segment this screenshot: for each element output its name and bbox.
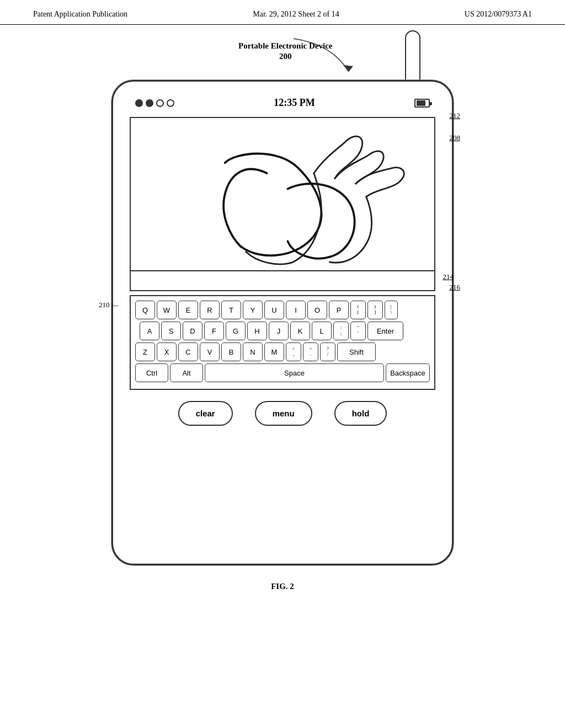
keyboard-section: 210 — Q W E R T Y U I O P {[ }] |\ bbox=[130, 295, 435, 390]
key-u[interactable]: U bbox=[264, 301, 284, 319]
bottom-buttons: clear menu hold bbox=[124, 401, 441, 426]
key-d[interactable]: D bbox=[183, 322, 202, 340]
key-v[interactable]: V bbox=[200, 342, 220, 361]
ref-214: 214 bbox=[443, 272, 454, 281]
ref-216: 216 bbox=[450, 283, 461, 292]
status-bar: 12:35 PM bbox=[124, 93, 441, 114]
key-q[interactable]: Q bbox=[135, 301, 155, 319]
key-z[interactable]: Z bbox=[135, 342, 155, 361]
key-x[interactable]: X bbox=[157, 342, 177, 361]
key-h[interactable]: H bbox=[247, 322, 267, 340]
key-semicolon[interactable]: :; bbox=[333, 322, 349, 340]
battery-fill bbox=[417, 100, 425, 106]
signal-dots bbox=[135, 99, 174, 107]
key-p[interactable]: P bbox=[329, 301, 349, 319]
key-o[interactable]: O bbox=[307, 301, 327, 319]
key-period[interactable]: >. bbox=[303, 342, 318, 361]
dot-4 bbox=[167, 99, 174, 107]
device-wrapper: 12:35 PM bbox=[111, 80, 454, 565]
key-j[interactable]: J bbox=[269, 322, 289, 340]
key-e[interactable]: E bbox=[178, 301, 198, 319]
key-bracket-open[interactable]: {[ bbox=[350, 301, 366, 319]
key-backslash[interactable]: |\ bbox=[385, 301, 398, 319]
keyboard-row-3: Z X C V B N M <, >. ?/ Shift bbox=[135, 342, 430, 361]
key-backspace[interactable]: Backspace bbox=[386, 363, 430, 382]
header-left: Patent Application Publication bbox=[33, 10, 127, 19]
figure-caption: FIG. 2 bbox=[271, 582, 294, 591]
time-display: 12:35 PM bbox=[274, 97, 315, 109]
svg-marker-0 bbox=[343, 65, 353, 72]
section-216-wrapper: 216 bbox=[124, 291, 441, 292]
key-alt[interactable]: Alt bbox=[170, 363, 203, 382]
key-shift[interactable]: Shift bbox=[337, 342, 376, 361]
phone-body: 12:35 PM bbox=[111, 80, 454, 565]
key-y[interactable]: Y bbox=[243, 301, 263, 319]
header-right: US 2012/0079373 A1 bbox=[465, 10, 532, 19]
key-space[interactable]: Space bbox=[205, 363, 384, 382]
key-a[interactable]: A bbox=[140, 322, 159, 340]
hold-button[interactable]: hold bbox=[334, 401, 387, 426]
key-b[interactable]: B bbox=[221, 342, 241, 361]
ref-208: 208 bbox=[450, 133, 461, 142]
key-bracket-close[interactable]: }] bbox=[367, 301, 383, 319]
key-c[interactable]: C bbox=[178, 342, 198, 361]
battery-body bbox=[414, 99, 430, 108]
key-w[interactable]: W bbox=[157, 301, 177, 319]
keyboard-row-1: Q W E R T Y U I O P {[ }] |\ bbox=[135, 301, 430, 319]
dot-2 bbox=[146, 99, 153, 107]
key-ctrl[interactable]: Ctrl bbox=[135, 363, 168, 382]
key-n[interactable]: N bbox=[243, 342, 263, 361]
handwriting-svg bbox=[131, 118, 434, 270]
key-s[interactable]: S bbox=[161, 322, 181, 340]
key-l[interactable]: L bbox=[312, 322, 332, 340]
key-m[interactable]: M bbox=[264, 342, 284, 361]
clear-button[interactable]: clear bbox=[178, 401, 233, 426]
ref-210: 210 — bbox=[99, 301, 119, 309]
menu-button[interactable]: menu bbox=[255, 401, 312, 426]
key-r[interactable]: R bbox=[200, 301, 220, 319]
key-slash[interactable]: ?/ bbox=[320, 342, 335, 361]
keyboard-row-bottom: Ctrl Alt Space Backspace bbox=[135, 363, 430, 382]
key-f[interactable]: F bbox=[204, 322, 224, 340]
key-enter[interactable]: Enter bbox=[367, 322, 403, 340]
handwriting-area[interactable]: 212 bbox=[130, 117, 435, 271]
key-g[interactable]: G bbox=[226, 322, 246, 340]
key-i[interactable]: I bbox=[286, 301, 306, 319]
key-comma[interactable]: <, bbox=[286, 342, 301, 361]
recognition-bar: 214 bbox=[130, 271, 435, 291]
label-arrow bbox=[277, 33, 387, 83]
patent-header: Patent Application Publication Mar. 29, … bbox=[0, 0, 565, 25]
key-quote[interactable]: "' bbox=[350, 322, 366, 340]
header-center: Mar. 29, 2012 Sheet 2 of 14 bbox=[253, 10, 339, 19]
keyboard-row-2: A S D F G H J K L :; "' Enter bbox=[135, 322, 430, 340]
key-t[interactable]: T bbox=[221, 301, 241, 319]
key-k[interactable]: K bbox=[290, 322, 310, 340]
dot-1 bbox=[135, 99, 143, 107]
ref-212: 212 bbox=[450, 111, 461, 120]
battery-icon bbox=[414, 99, 430, 108]
main-content: Portable Electronic Device 200 12:35 PM bbox=[0, 25, 565, 591]
dot-3 bbox=[156, 99, 164, 107]
